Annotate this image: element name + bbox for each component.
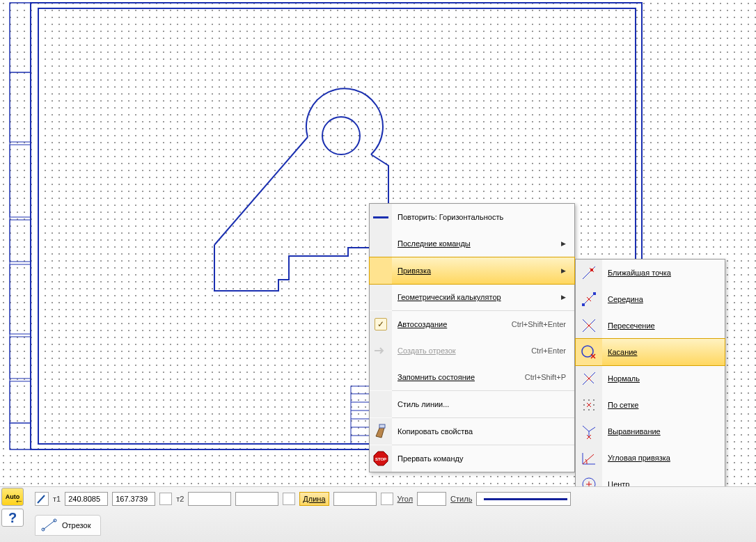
nearest-point-icon [580, 264, 598, 282]
context-menu: Повторить: Горизонтальность Последние ко… [369, 203, 575, 472]
snap-grid[interactable]: По сетке [576, 392, 725, 418]
svg-rect-8 [10, 337, 31, 378]
snap-angular[interactable]: Угловая привязка [576, 445, 725, 471]
length-label: Длина [299, 492, 329, 506]
menu-repeat[interactable]: Повторить: Горизонтальность [370, 204, 574, 230]
svg-rect-25 [582, 303, 585, 306]
style-dropdown[interactable] [476, 492, 571, 506]
midpoint-icon [580, 290, 598, 308]
intersection-icon [580, 317, 598, 335]
svg-point-36 [593, 404, 594, 406]
t1-label: т1 [53, 495, 61, 503]
svg-rect-5 [10, 145, 31, 217]
menu-linestyle[interactable]: Стиль линии... [370, 391, 574, 417]
svg-point-34 [593, 399, 594, 401]
svg-rect-3 [10, 3, 31, 72]
lock1-icon[interactable] [159, 493, 172, 505]
lock3-icon[interactable] [381, 493, 393, 505]
menu-abort[interactable]: STOP Прервать команду [370, 445, 574, 472]
y2-input[interactable] [235, 492, 278, 506]
style-sample [484, 498, 567, 500]
svg-point-35 [583, 404, 585, 406]
menu-recent[interactable]: Последние команды ▶ [370, 230, 574, 257]
svg-text:STOP: STOP [375, 457, 386, 461]
pick-point-icon[interactable] [35, 492, 49, 506]
style-label: Стиль [450, 495, 472, 503]
menu-label: Повторить: Горизонтальность [392, 213, 566, 221]
line-icon [373, 216, 388, 218]
x1-input[interactable] [65, 492, 108, 506]
y1-input[interactable] [112, 492, 155, 506]
lock2-icon[interactable] [283, 493, 295, 505]
svg-rect-7 [10, 264, 31, 334]
svg-point-37 [583, 409, 585, 411]
stop-icon: STOP [372, 449, 390, 468]
brush-icon [372, 422, 390, 440]
snap-normal[interactable]: Нормаль [576, 365, 725, 392]
angular-icon [580, 449, 598, 467]
svg-rect-9 [10, 381, 31, 423]
chevron-right-icon: ▶ [561, 240, 566, 247]
menu-savestate[interactable]: Запомнить состояние Ctrl+Shift+P [370, 364, 574, 390]
svg-rect-10 [10, 423, 31, 449]
snap-align[interactable]: Выравнивание [576, 418, 725, 445]
svg-rect-26 [593, 292, 596, 295]
menu-autocreate[interactable]: ✓ Автосоздание Ctrl+Shift+Enter [370, 311, 574, 337]
menu-copyprops[interactable]: Копировать свойства [370, 418, 574, 445]
svg-rect-6 [10, 220, 31, 262]
chevron-right-icon: ▶ [561, 267, 566, 274]
snap-tangent[interactable]: Касание [576, 339, 725, 365]
snap-submenu: Ближайшая точка Середина Пересечение Кас… [575, 259, 725, 525]
menu-snap[interactable]: Привязка ▶ [370, 257, 574, 284]
check-icon: ✓ [375, 318, 387, 330]
chevron-right-icon: ▶ [561, 294, 566, 301]
svg-point-32 [583, 399, 585, 401]
grid-icon [580, 396, 598, 414]
tangent-icon [580, 343, 598, 361]
x2-input[interactable] [188, 492, 231, 506]
angle-input[interactable] [417, 492, 446, 506]
auto-button[interactable]: Auto [1, 488, 24, 506]
align-icon [580, 422, 598, 440]
svg-rect-4 [10, 72, 31, 142]
svg-point-18 [322, 117, 360, 154]
svg-point-38 [588, 409, 590, 411]
angle-label: Угол [397, 495, 414, 503]
svg-line-42 [43, 520, 55, 529]
coordinate-row: т1 т2 Длина Угол Стиль [35, 491, 571, 507]
normal-icon [580, 369, 598, 388]
help-button[interactable]: ? [1, 509, 24, 527]
t2-label: т2 [176, 495, 184, 503]
svg-point-39 [593, 409, 594, 411]
tool-tab-label: Отрезок [62, 521, 90, 529]
segment-icon [41, 518, 58, 532]
snap-intersection[interactable]: Пересечение [576, 312, 725, 339]
menu-geomcalc[interactable]: Геометрический калькулятор ▶ [370, 284, 574, 310]
svg-rect-19 [379, 424, 385, 428]
length-input[interactable] [333, 492, 377, 506]
menu-create-segment: Создать отрезок Ctrl+Enter [370, 337, 574, 364]
snap-nearest[interactable]: Ближайшая точка [576, 260, 725, 286]
create-icon [372, 342, 390, 360]
snap-midpoint[interactable]: Середина [576, 286, 725, 312]
svg-point-33 [588, 399, 590, 401]
tool-tab-segment[interactable]: Отрезок [35, 515, 101, 536]
